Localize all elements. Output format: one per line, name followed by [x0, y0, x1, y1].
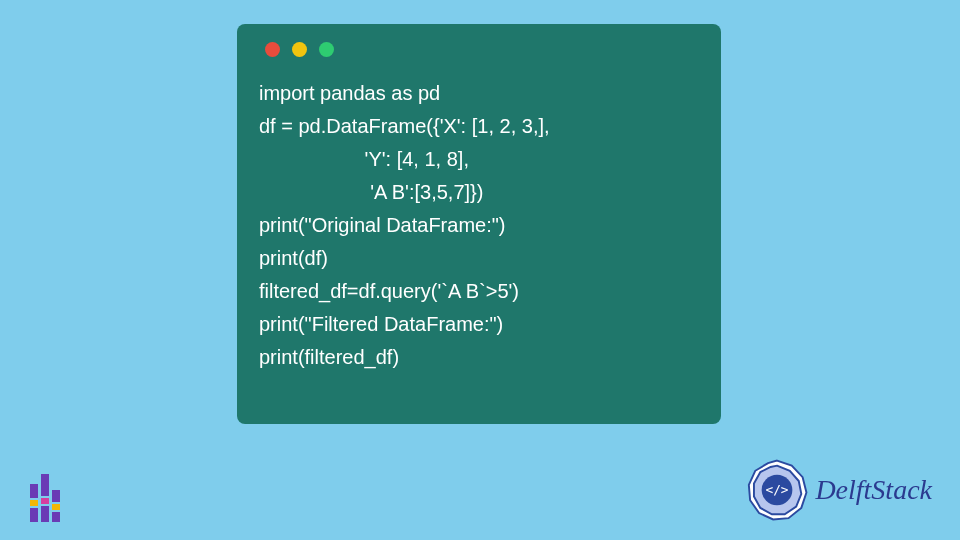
- code-line: 'A B':[3,5,7]}): [259, 181, 483, 203]
- code-line: 'Y': [4, 1, 8],: [259, 148, 469, 170]
- logo-bar: [30, 484, 38, 522]
- logo-segment: [41, 474, 49, 496]
- logo-left: [30, 474, 60, 522]
- logo-segment: [41, 506, 49, 522]
- logo-segment: [30, 500, 38, 506]
- code-line: filtered_df=df.query('`A B`>5'): [259, 280, 519, 302]
- window-controls: [265, 42, 699, 57]
- delftstack-badge-icon: </>: [745, 458, 809, 522]
- badge-glyph: </>: [766, 482, 789, 497]
- logo-segment: [30, 484, 38, 498]
- code-line: print(df): [259, 247, 328, 269]
- logo-bar: [52, 490, 60, 522]
- logo-segment: [52, 490, 60, 502]
- maximize-icon: [319, 42, 334, 57]
- code-block: import pandas as pd df = pd.DataFrame({'…: [259, 77, 699, 374]
- code-window: import pandas as pd df = pd.DataFrame({'…: [237, 24, 721, 424]
- logo-right: </> DelftStack: [745, 458, 932, 522]
- close-icon: [265, 42, 280, 57]
- code-line: print(filtered_df): [259, 346, 399, 368]
- delftstack-label: DelftStack: [815, 474, 932, 506]
- code-line: print("Original DataFrame:"): [259, 214, 505, 236]
- logo-bar: [41, 474, 49, 522]
- logo-segment: [52, 504, 60, 510]
- logo-segment: [41, 498, 49, 504]
- logo-segment: [30, 508, 38, 522]
- logo-segment: [52, 512, 60, 522]
- code-line: import pandas as pd: [259, 82, 440, 104]
- code-line: print("Filtered DataFrame:"): [259, 313, 503, 335]
- minimize-icon: [292, 42, 307, 57]
- code-line: df = pd.DataFrame({'X': [1, 2, 3,],: [259, 115, 550, 137]
